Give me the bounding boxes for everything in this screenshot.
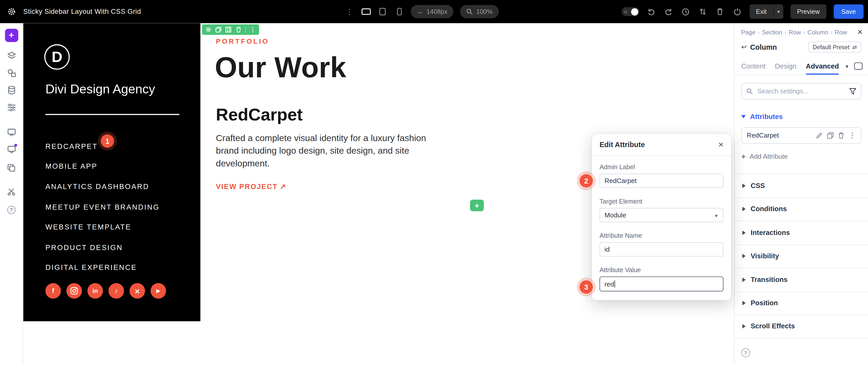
tiktok-icon[interactable]: ♪ (108, 283, 124, 299)
scissors-icon[interactable] (6, 187, 16, 196)
step-badge-1: 1 (101, 134, 114, 147)
duplicate-icon[interactable] (827, 132, 834, 139)
phone-view-icon[interactable] (394, 6, 404, 16)
edit-pencil-icon[interactable] (815, 132, 823, 139)
divi-builder-window: Sticky Sidebar Layout With CSS Grid ⋮ ↔ … (0, 0, 868, 365)
exit-dropdown-caret-icon[interactable]: ▼ (773, 4, 783, 19)
menu-item-product-design[interactable]: PRODUCT DESIGN (45, 237, 160, 258)
builder-settings-gear-icon[interactable] (6, 6, 17, 16)
module-layout-grid-icon[interactable] (225, 27, 231, 33)
menu-item-analytics-dashboard[interactable]: ANALYTICS DASHBOARD (45, 176, 160, 197)
modal-body: Admin Label Target Element Module ▼ Attr… (592, 156, 731, 300)
view-project-link[interactable]: VIEW PROJECT ↗ (216, 182, 286, 191)
element-header-row: ↩ Column Default Preset ⇄ (741, 40, 862, 54)
default-preset-button[interactable]: Default Preset ⇄ (808, 41, 861, 53)
back-arrow-icon[interactable]: ↩ (741, 43, 747, 51)
module-bar-divider (245, 27, 246, 33)
exit-button[interactable]: Exit ▼ (749, 4, 783, 19)
section-label: Visibility (751, 252, 779, 260)
section-visibility[interactable]: Visibility (735, 244, 868, 268)
redo-icon[interactable] (664, 6, 674, 16)
module-settings-gear-icon[interactable] (205, 27, 211, 33)
section-interactions[interactable]: Interactions (735, 221, 868, 244)
expand-panel-icon[interactable] (854, 63, 863, 70)
tablet-view-icon[interactable] (377, 6, 388, 16)
modal-close-icon[interactable]: × (718, 140, 723, 149)
target-element-select[interactable]: Module ▼ (599, 208, 723, 222)
x-icon[interactable]: × (129, 283, 145, 299)
collapsed-triangle-icon (742, 324, 746, 329)
section-conditions[interactable]: Conditions (735, 197, 868, 221)
step-badge-3: 3 (580, 280, 593, 294)
module-trash-icon[interactable] (235, 27, 241, 33)
desktop-view-icon[interactable] (361, 6, 371, 16)
module-duplicate-icon[interactable] (215, 27, 221, 33)
collapsed-triangle-icon (742, 230, 746, 235)
panel-close-icon[interactable]: × (857, 28, 863, 36)
sliders-icon[interactable] (6, 102, 16, 112)
design-shapes-icon[interactable] (6, 68, 16, 77)
element-header-left: ↩ Column (741, 43, 777, 51)
attribute-name-input[interactable] (599, 242, 723, 257)
attribute-list-item[interactable]: RedCarpet ⋮ (741, 127, 862, 144)
theme-toggle[interactable]: ☼ (621, 7, 639, 16)
admin-label-input[interactable] (599, 174, 723, 188)
divi-logo: D (44, 44, 70, 70)
kebab-menu-icon[interactable]: ⋮ (344, 6, 354, 16)
attributes-section-header[interactable]: Attributes (741, 113, 862, 121)
panel-help-icon[interactable]: ? (741, 349, 750, 357)
module-kebab-icon[interactable]: ⋮ (250, 27, 255, 33)
text-cursor (615, 280, 615, 288)
attribute-value-input[interactable]: red (599, 276, 723, 291)
templates-icon[interactable] (6, 163, 16, 172)
save-button[interactable]: Save (834, 4, 864, 19)
tab-advanced[interactable]: Advanced (806, 58, 839, 74)
breadcrumb-column[interactable]: Column (801, 29, 828, 35)
instagram-icon[interactable] (66, 283, 82, 299)
attribute-value-text: red (604, 280, 614, 288)
reorder-layers-icon[interactable] (698, 6, 708, 16)
power-portability-icon[interactable] (732, 6, 742, 16)
tab-design[interactable]: Design (775, 58, 796, 74)
linkedin-icon[interactable]: in (88, 283, 103, 299)
menu-item-meetup-event-branding[interactable]: MEETUP EVENT BRANDING (45, 197, 160, 217)
add-element-button[interactable]: + (5, 29, 18, 42)
external-arrow-icon: ↗ (280, 182, 286, 191)
preview-button[interactable]: Preview (790, 4, 826, 19)
section-scroll-effects[interactable]: Scroll Effects (735, 314, 868, 338)
tab-content[interactable]: Content (741, 58, 766, 74)
youtube-icon[interactable]: ▶ (151, 283, 166, 299)
history-clock-icon[interactable] (681, 6, 691, 16)
zoom-control[interactable]: 100% (460, 5, 499, 18)
search-settings-input[interactable] (756, 87, 846, 96)
module-sync-alt-icon[interactable] (6, 145, 16, 154)
menu-item-mobile-app[interactable]: MOBILE APP (45, 156, 160, 176)
layers-icon[interactable] (6, 51, 16, 60)
item-kebab-icon[interactable]: ⋮ (849, 132, 856, 139)
breadcrumb-page[interactable]: Page (741, 29, 756, 35)
breadcrumb-row-2[interactable]: Row (828, 29, 847, 35)
section-position[interactable]: Position (735, 291, 868, 315)
project-title: RedCarpet (216, 105, 303, 125)
canvas-width-control[interactable]: ↔ 1408px (411, 5, 453, 18)
menu-item-website-template[interactable]: WEBSITE TEMPLATE (45, 217, 160, 237)
toolbar-help-icon[interactable]: ? (6, 205, 16, 214)
edit-attribute-modal: Edit Attribute × Admin Label Target Elem… (592, 134, 731, 300)
facebook-icon[interactable]: f (45, 283, 61, 299)
delete-trash-icon[interactable] (838, 132, 845, 139)
save-label: Save (841, 8, 856, 15)
tabs-caret-icon[interactable]: ▼ (845, 64, 849, 69)
menu-item-digital-experience[interactable]: DIGITAL EXPERIENCE (45, 258, 160, 278)
add-module-button[interactable]: + (470, 200, 484, 211)
notification-dot (14, 144, 17, 146)
database-icon[interactable] (6, 85, 16, 94)
section-css[interactable]: CSS (735, 174, 868, 197)
breadcrumb-row[interactable]: Row (782, 29, 801, 35)
breadcrumb-section[interactable]: Section (755, 29, 782, 35)
trash-icon[interactable] (715, 6, 725, 16)
section-transitions[interactable]: Transitions (735, 268, 868, 291)
module-sync-icon[interactable] (6, 128, 16, 137)
undo-icon[interactable] (646, 6, 656, 16)
add-attribute-button[interactable]: + Add Attribute (741, 153, 862, 160)
filter-funnel-icon[interactable] (849, 88, 857, 94)
